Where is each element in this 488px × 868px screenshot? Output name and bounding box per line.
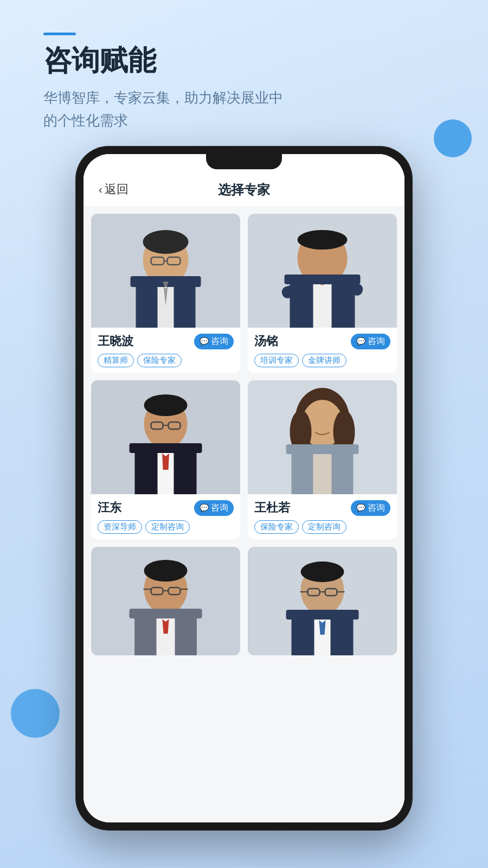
tag-training-expert: 培训专家 [254,354,299,367]
phone-mockup: ‹ 返回 选择专家 [76,146,412,830]
expert-photo-4 [248,380,397,494]
expert-card-tang-ming[interactable]: 汤铭 💬 咨询 培训专家 金牌讲师 [248,214,397,373]
partial-card-5[interactable] [91,547,240,655]
svg-point-27 [144,394,188,416]
expert-name-4: 王杜若 [254,500,290,516]
tag-gold-lecturer: 金牌讲师 [302,354,346,367]
tag-custom-consult-3: 定制咨询 [145,520,190,534]
expert-name-row-3: 汪东 💬 咨询 [98,500,234,516]
tag-actuary: 精算师 [98,354,134,367]
chat-icon-4: 💬 [356,503,365,512]
expert-name-2: 汤铭 [254,333,278,349]
expert-card-wang-duruo[interactable]: 王杜若 💬 咨询 保险专家 定制咨询 [248,380,397,539]
svg-point-16 [298,230,348,250]
chat-icon-1: 💬 [200,337,209,346]
screen-title: 选择专家 [218,181,270,199]
expert-name-1: 王晓波 [98,333,133,349]
chat-icon-3: 💬 [200,503,209,512]
svg-rect-41 [286,444,359,454]
tag-insurance-expert-4: 保险专家 [254,520,299,534]
consult-button-1[interactable]: 💬 咨询 [194,334,234,349]
svg-rect-32 [130,443,202,453]
back-label: 返回 [105,181,129,197]
partial-photo-6 [248,547,397,655]
svg-rect-55 [130,609,202,618]
consult-label-4: 咨询 [368,502,385,514]
expert-info-2: 汤铭 💬 咨询 培训专家 金牌讲师 [248,328,397,373]
page-title: 咨询赋能 [43,45,445,76]
expert-tags-1: 精算师 保险专家 [98,354,234,367]
page-subtitle: 华博智库，专家云集，助力解决展业中的个性化需求 [43,87,445,132]
expert-tags-4: 保险专家 定制咨询 [254,520,390,534]
phone-outer: ‹ 返回 选择专家 [76,146,412,830]
partial-expert-grid [84,539,404,655]
partial-photo-5 [91,547,240,655]
expert-info-4: 王杜若 💬 咨询 保险专家 定制咨询 [248,494,397,539]
chat-icon-2: 💬 [356,337,365,346]
consult-label-1: 咨询 [211,336,228,347]
tag-senior-mentor: 资深导师 [98,520,142,534]
consult-button-3[interactable]: 💬 咨询 [194,500,234,516]
partial-card-6[interactable] [248,547,397,655]
svg-rect-20 [285,275,361,284]
expert-info-1: 王晓波 💬 咨询 精算师 保险专家 [91,328,240,373]
consult-button-4[interactable]: 💬 咨询 [351,500,390,516]
accent-line [43,33,76,35]
expert-name-row-1: 王晓波 💬 咨询 [98,333,234,349]
back-button[interactable]: ‹ 返回 [99,181,129,197]
svg-rect-35 [313,448,332,494]
consult-label-3: 咨询 [211,502,228,514]
svg-point-61 [301,561,344,582]
tag-insurance-expert: 保险专家 [137,354,182,367]
expert-tags-2: 培训专家 金牌讲师 [254,354,390,367]
expert-name-row-2: 汤铭 💬 咨询 [254,333,390,349]
expert-info-3: 汪东 💬 咨询 资深导师 定制咨询 [91,494,240,539]
page-header: 咨询赋能 华博智库，专家云集，助力解决展业中的个性化需求 [43,33,445,132]
chevron-left-icon: ‹ [99,183,102,196]
phone-screen: ‹ 返回 选择专家 [84,154,404,822]
deco-circle-bottom [11,689,60,738]
expert-grid: 王晓波 💬 咨询 精算师 保险专家 [84,206,404,539]
svg-point-48 [144,560,188,582]
consult-button-2[interactable]: 💬 咨询 [351,334,390,349]
expert-name-3: 汪东 [98,500,121,516]
svg-rect-68 [286,610,359,620]
expert-name-row-4: 王杜若 💬 咨询 [254,500,390,516]
svg-point-5 [143,230,189,254]
screen-content: ‹ 返回 选择专家 [84,154,404,822]
expert-card-wang-xiaobo[interactable]: 王晓波 💬 咨询 精算师 保险专家 [91,214,240,373]
expert-card-wang-dong[interactable]: 汪东 💬 咨询 资深导师 定制咨询 [91,380,240,539]
phone-notch [206,154,282,169]
expert-photo-1 [91,214,240,328]
expert-tags-3: 资深导师 定制咨询 [98,520,234,534]
expert-photo-3 [91,380,240,494]
expert-photo-2 [248,214,397,328]
consult-label-2: 咨询 [368,336,385,347]
tag-custom-consult-4: 定制咨询 [302,520,346,534]
